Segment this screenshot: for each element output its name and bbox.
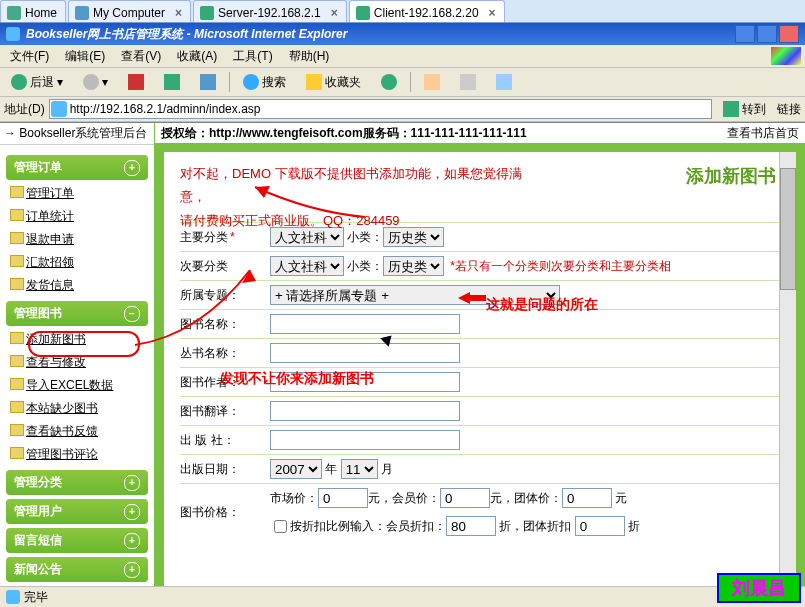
system-title: → Bookseller系统管理后台 (0, 123, 154, 145)
member-discount-input[interactable] (446, 516, 496, 536)
search-button[interactable]: 搜索 (236, 71, 293, 94)
print-button[interactable] (453, 71, 483, 93)
translator-input[interactable] (270, 401, 460, 421)
home-button[interactable] (193, 71, 223, 93)
stop-button[interactable] (121, 71, 151, 93)
home-icon (200, 74, 216, 90)
computer-icon (75, 6, 89, 20)
svg-marker-2 (458, 292, 486, 304)
refresh-button[interactable] (157, 71, 187, 93)
sidebar-group-users[interactable]: 管理用户+ (6, 499, 148, 524)
edit-icon (496, 74, 512, 90)
menu-edit[interactable]: 编辑(E) (59, 46, 111, 67)
sidebar-item[interactable]: 本站缺少图书 (6, 397, 148, 420)
links-label[interactable]: 链接 (777, 101, 801, 118)
annotation-arrow (250, 182, 370, 222)
author-input[interactable] (270, 372, 460, 392)
close-icon[interactable]: × (331, 6, 338, 20)
vm-tabs: Home My Computer× Server-192.168.2.1× Cl… (0, 0, 805, 23)
publisher-input[interactable] (270, 430, 460, 450)
member-price-input[interactable] (440, 488, 490, 508)
cursor-icon (383, 333, 395, 349)
close-button[interactable] (779, 25, 799, 43)
sidebar-group-news[interactable]: 新闻公告+ (6, 557, 148, 582)
book-name-input[interactable] (270, 314, 460, 334)
close-icon[interactable]: × (489, 6, 496, 20)
menu-file[interactable]: 文件(F) (4, 46, 55, 67)
menu-tools[interactable]: 工具(T) (227, 46, 278, 67)
ie-icon (6, 27, 20, 41)
page-icon (6, 590, 20, 604)
address-bar: 地址(D) 转到 链接 (0, 97, 805, 122)
sidebar-group-category[interactable]: 管理分类+ (6, 470, 148, 495)
sidebar-item[interactable]: 退款申请 (6, 228, 148, 251)
mail-button[interactable] (417, 71, 447, 93)
sidebar-item[interactable]: 管理订单 (6, 182, 148, 205)
menu-favorites[interactable]: 收藏(A) (171, 46, 223, 67)
expand-icon: + (124, 504, 140, 520)
sidebar-group-messages[interactable]: 留言短信+ (6, 528, 148, 553)
minimize-button[interactable] (735, 25, 755, 43)
auth-bar: 授权给：http://www.tengfeisoft.com 服务码：111-1… (155, 123, 805, 143)
mail-icon (424, 74, 440, 90)
close-icon[interactable]: × (175, 6, 182, 20)
group-price-input[interactable] (562, 488, 612, 508)
sidebar-group-books[interactable]: 管理图书− (6, 301, 148, 326)
expand-icon: + (124, 160, 140, 176)
pubdate-label: 出版日期： (180, 461, 270, 478)
go-icon (723, 101, 739, 117)
page-icon (51, 101, 67, 117)
series-input[interactable] (270, 343, 460, 363)
dropdown-icon: ▾ (102, 75, 108, 89)
expand-icon: + (124, 475, 140, 491)
toolbar: 后退▾ ▾ 搜索 收藏夹 (0, 68, 805, 97)
sidebar-item[interactable]: 管理图书评论 (6, 443, 148, 466)
sidebar-item[interactable]: 导入EXCEL数据 (6, 374, 148, 397)
sidebar-item[interactable]: 查看缺书反馈 (6, 420, 148, 443)
annotation-arrow (458, 290, 488, 310)
topic-select[interactable]: + 请选择所属专题 + (270, 285, 560, 305)
tab-mycomputer[interactable]: My Computer× (68, 0, 191, 22)
tab-server[interactable]: Server-192.168.2.1× (193, 0, 347, 22)
secondary-sub-select[interactable]: 历史类 (383, 256, 444, 276)
dropdown-icon: ▾ (57, 75, 63, 89)
history-button[interactable] (374, 71, 404, 93)
sidebar-item[interactable]: 发货信息 (6, 274, 148, 297)
menu-help[interactable]: 帮助(H) (283, 46, 336, 67)
cat-note: *若只有一个分类则次要分类和主要分类相 (450, 258, 671, 275)
status-bar: 完毕 (0, 586, 805, 607)
windows-logo-icon (771, 47, 801, 65)
tab-client[interactable]: Client-192.168.2.20× (349, 0, 505, 22)
group-discount-input[interactable] (575, 516, 625, 536)
forward-button[interactable]: ▾ (76, 71, 115, 93)
tab-home[interactable]: Home (0, 0, 66, 22)
panel-title: 添加新图书 (686, 164, 776, 188)
discount-checkbox[interactable] (274, 520, 287, 533)
window-title: Bookseller网上书店管理系统 - Microsoft Internet … (26, 26, 347, 43)
sidebar-item[interactable]: 订单统计 (6, 205, 148, 228)
print-icon (460, 74, 476, 90)
sidebar-item[interactable]: 汇款招领 (6, 251, 148, 274)
menu-bar: 文件(F) 编辑(E) 查看(V) 收藏(A) 工具(T) 帮助(H) (0, 45, 805, 68)
menu-view[interactable]: 查看(V) (115, 46, 167, 67)
sidebar: 管理订单+ 管理订单 订单统计 退款申请 汇款招领 发货信息 管理图书− 添加新… (0, 145, 154, 607)
maximize-button[interactable] (757, 25, 777, 43)
back-button[interactable]: 后退▾ (4, 71, 70, 94)
go-button[interactable]: 转到 (716, 98, 773, 121)
price-label: 图书价格： (180, 504, 270, 521)
url-input[interactable] (49, 99, 712, 119)
annotation-arrow (130, 265, 260, 355)
star-icon (306, 74, 322, 90)
sidebar-group-orders[interactable]: 管理订单+ (6, 155, 148, 180)
home-icon (7, 6, 21, 20)
favorites-button[interactable]: 收藏夹 (299, 71, 368, 94)
store-home-link[interactable]: 查看书店首页 (727, 125, 799, 142)
month-select[interactable]: 11 (341, 459, 378, 479)
server-icon (200, 6, 214, 20)
forward-icon (83, 74, 99, 90)
edit-button[interactable] (489, 71, 519, 93)
market-price-input[interactable] (318, 488, 368, 508)
secondary-cat-select[interactable]: 人文社科 (270, 256, 344, 276)
panel-scrollbar[interactable] (779, 152, 796, 603)
year-select[interactable]: 2007 (270, 459, 322, 479)
